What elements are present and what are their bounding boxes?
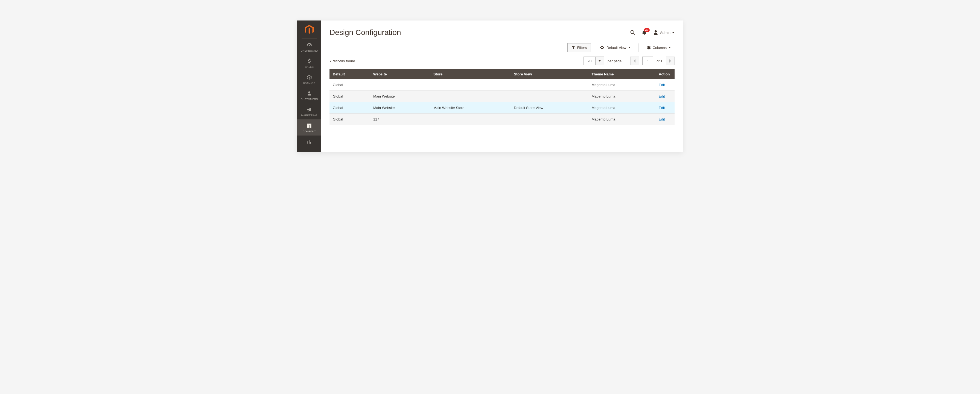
sidebar-item-marketing[interactable]: MARKETING — [297, 103, 321, 119]
cell-action: Edit — [655, 102, 675, 114]
box-icon — [307, 74, 312, 80]
cell-default: Global — [329, 79, 370, 91]
cell-website: 117 — [370, 114, 430, 125]
filters-label: Filters — [577, 46, 587, 50]
admin-label: Admin — [660, 30, 670, 35]
chevron-right-icon — [669, 59, 671, 63]
cell-action: Edit — [655, 79, 675, 91]
admin-menu[interactable]: Admin — [653, 30, 675, 35]
funnel-icon — [571, 46, 575, 49]
per-page-label: per page — [608, 59, 622, 63]
caret-down-icon — [598, 60, 601, 62]
bar-chart-icon — [307, 139, 312, 145]
caret-down-icon — [628, 46, 630, 49]
page-size-dropdown[interactable] — [595, 57, 604, 65]
col-header-action: Action — [655, 69, 675, 79]
cell-theme: Magento Luma — [589, 114, 656, 125]
dollar-icon — [307, 58, 312, 64]
cell-website — [370, 79, 430, 91]
cell-store_view — [511, 114, 588, 125]
cell-theme: Magento Luma — [589, 91, 656, 102]
app-frame: DASHBOARD SALES CATALOG CUSTOMERS MARKET — [297, 21, 683, 152]
col-header-store[interactable]: Store — [430, 69, 511, 79]
cell-store_view: Default Store View — [511, 102, 588, 114]
pager: 7 records found per page of 1 — [321, 56, 683, 69]
table-header-row: Default Website Store Store View Theme N… — [329, 69, 675, 79]
cell-default: Global — [329, 91, 370, 102]
cell-action: Edit — [655, 114, 675, 125]
columns-label: Columns — [653, 46, 667, 50]
layout-icon — [307, 123, 312, 129]
search-button[interactable] — [630, 30, 635, 35]
cell-action: Edit — [655, 91, 675, 102]
page-size-input[interactable] — [584, 57, 595, 65]
sidebar-item-label: CONTENT — [303, 130, 316, 133]
eye-icon — [600, 45, 605, 50]
sidebar-item-label: CUSTOMERS — [301, 97, 318, 100]
edit-link[interactable]: Edit — [659, 83, 665, 87]
table-row[interactable]: GlobalMain WebsiteMagento LumaEdit — [329, 91, 675, 102]
search-icon — [630, 30, 635, 35]
col-header-theme[interactable]: Theme Name — [589, 69, 656, 79]
chevron-left-icon — [633, 59, 636, 63]
page-title: Design Configuration — [329, 28, 401, 37]
cell-website: Main Website — [370, 91, 430, 102]
default-view-label: Default View — [606, 46, 627, 50]
design-config-table: Default Website Store Store View Theme N… — [329, 69, 675, 125]
edit-link[interactable]: Edit — [659, 117, 665, 121]
cell-theme: Magento Luma — [589, 102, 656, 114]
col-header-default[interactable]: Default — [329, 69, 370, 79]
cell-store_view — [511, 79, 588, 91]
sidebar-item-customers[interactable]: CUSTOMERS — [297, 87, 321, 103]
prev-page-button[interactable] — [630, 57, 639, 65]
sidebar-item-label: DASHBOARD — [301, 49, 318, 52]
cell-store_view — [511, 91, 588, 102]
notification-badge: 39 — [644, 28, 650, 32]
edit-link[interactable]: Edit — [659, 106, 665, 110]
main-content: Design Configuration 39 Admin Fil — [321, 21, 683, 152]
sidebar-item-content[interactable]: CONTENT — [297, 119, 321, 135]
edit-link[interactable]: Edit — [659, 94, 665, 98]
default-view-button[interactable]: Default View — [596, 43, 635, 52]
cell-store: Main Website Store — [430, 102, 511, 114]
header-actions: 39 Admin — [630, 30, 675, 35]
sidebar-item-dashboard[interactable]: DASHBOARD — [297, 39, 321, 55]
caret-down-icon — [668, 46, 671, 49]
svg-point-0 — [630, 30, 634, 34]
sidebar-item-sales[interactable]: SALES — [297, 55, 321, 71]
col-header-website[interactable]: Website — [370, 69, 430, 79]
cell-website: Main Website — [370, 102, 430, 114]
magento-logo[interactable] — [305, 21, 313, 38]
filters-button[interactable]: Filters — [567, 43, 591, 52]
of-label: of 1 — [657, 59, 663, 63]
caret-down-icon — [672, 32, 675, 34]
gear-icon — [646, 45, 651, 50]
sidebar-item-reports[interactable] — [297, 135, 321, 146]
toolbar: Filters Default View Columns — [321, 42, 683, 56]
sidebar: DASHBOARD SALES CATALOG CUSTOMERS MARKET — [297, 21, 321, 152]
sidebar-item-label: CATALOG — [303, 81, 315, 84]
records-found: 7 records found — [329, 59, 355, 63]
cell-theme: Magento Luma — [589, 79, 656, 91]
table-row[interactable]: GlobalMagento LumaEdit — [329, 79, 675, 91]
sidebar-item-label: MARKETING — [301, 114, 317, 117]
cell-store — [430, 91, 511, 102]
header: Design Configuration 39 Admin — [321, 21, 683, 42]
notifications-button[interactable]: 39 — [641, 30, 647, 35]
cell-default: Global — [329, 102, 370, 114]
next-page-button[interactable] — [666, 57, 675, 65]
page-number-input[interactable] — [642, 57, 653, 65]
table-row[interactable]: Global117Magento LumaEdit — [329, 114, 675, 125]
sidebar-item-label: SALES — [305, 65, 313, 68]
table-row[interactable]: GlobalMain WebsiteMain Website StoreDefa… — [329, 102, 675, 114]
col-header-storeview[interactable]: Store View — [511, 69, 588, 79]
columns-button[interactable]: Columns — [642, 43, 675, 52]
cell-store — [430, 114, 511, 125]
user-icon — [653, 30, 659, 35]
sidebar-item-catalog[interactable]: CATALOG — [297, 71, 321, 87]
cell-store — [430, 79, 511, 91]
cell-default: Global — [329, 114, 370, 125]
person-icon — [307, 91, 312, 97]
megaphone-icon — [307, 106, 312, 113]
gauge-icon — [306, 42, 312, 48]
